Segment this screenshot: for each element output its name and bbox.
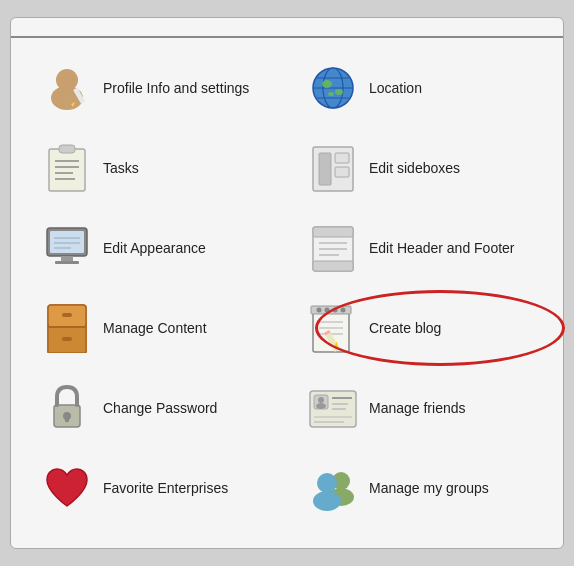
svg-rect-30 [313, 227, 353, 237]
items-grid: Profile Info and settings Location Tasks [11, 38, 563, 528]
grid-item-favorite-enterprises[interactable]: Favorite Enterprises [21, 448, 287, 528]
control-panel: Profile Info and settings Location Tasks [10, 17, 564, 549]
header-footer-icon [305, 220, 361, 276]
item-label-edit-sideboxes: Edit sideboxes [369, 160, 460, 176]
svg-rect-21 [335, 167, 349, 177]
svg-rect-20 [335, 153, 349, 163]
svg-point-44 [325, 308, 330, 313]
lock-icon [39, 380, 95, 436]
svg-point-11 [328, 92, 334, 96]
svg-point-10 [335, 89, 343, 95]
item-label-location: Location [369, 80, 422, 96]
grid-item-edit-appearance[interactable]: Edit Appearance [21, 208, 287, 288]
friends-icon [305, 380, 361, 436]
item-label-edit-header-footer: Edit Header and Footer [369, 240, 515, 256]
svg-rect-19 [319, 153, 331, 185]
grid-item-edit-sideboxes[interactable]: Edit sideboxes [287, 128, 553, 208]
svg-rect-39 [62, 313, 72, 317]
groups-icon [305, 460, 361, 516]
item-label-tasks: Tasks [103, 160, 139, 176]
item-label-change-password: Change Password [103, 400, 217, 416]
svg-point-59 [316, 403, 326, 409]
monitor-icon [39, 220, 95, 276]
globe-icon [305, 60, 361, 116]
item-label-manage-friends: Manage friends [369, 400, 466, 416]
grid-item-profile[interactable]: Profile Info and settings [21, 48, 287, 128]
item-label-manage-groups: Manage my groups [369, 480, 489, 496]
svg-point-46 [341, 308, 346, 313]
svg-rect-25 [55, 261, 79, 264]
svg-rect-12 [49, 149, 85, 191]
grid-item-manage-friends[interactable]: Manage friends [287, 368, 553, 448]
grid-item-manage-content[interactable]: Manage Content [21, 288, 287, 368]
svg-point-67 [317, 473, 337, 493]
svg-point-58 [318, 397, 324, 403]
svg-rect-41 [313, 310, 349, 352]
svg-rect-13 [59, 145, 75, 153]
grid-item-create-blog[interactable]: Create blog [287, 288, 553, 368]
svg-rect-40 [62, 337, 72, 341]
grid-item-change-password[interactable]: Change Password [21, 368, 287, 448]
grid-item-tasks[interactable]: Tasks [21, 128, 287, 208]
item-label-edit-appearance: Edit Appearance [103, 240, 206, 256]
svg-point-9 [322, 80, 332, 88]
item-label-manage-content: Manage Content [103, 320, 207, 336]
svg-rect-23 [50, 231, 84, 253]
svg-point-43 [317, 308, 322, 313]
panel-title [11, 18, 563, 38]
grid-item-manage-groups[interactable]: Manage my groups [287, 448, 553, 528]
notepad-icon [305, 300, 361, 356]
svg-point-68 [313, 491, 341, 511]
clipboard-icon [39, 140, 95, 196]
svg-rect-55 [65, 416, 69, 422]
sideboxes-icon [305, 140, 361, 196]
grid-item-location[interactable]: Location [287, 48, 553, 128]
item-label-profile: Profile Info and settings [103, 80, 249, 96]
svg-point-1 [56, 69, 78, 91]
heart-icon [39, 460, 95, 516]
svg-rect-31 [313, 261, 353, 271]
grid-item-edit-header-footer[interactable]: Edit Header and Footer [287, 208, 553, 288]
cabinet-icon [39, 300, 95, 356]
item-label-create-blog: Create blog [369, 320, 441, 336]
person-edit-icon [39, 60, 95, 116]
svg-point-45 [333, 308, 338, 313]
item-label-favorite-enterprises: Favorite Enterprises [103, 480, 228, 496]
